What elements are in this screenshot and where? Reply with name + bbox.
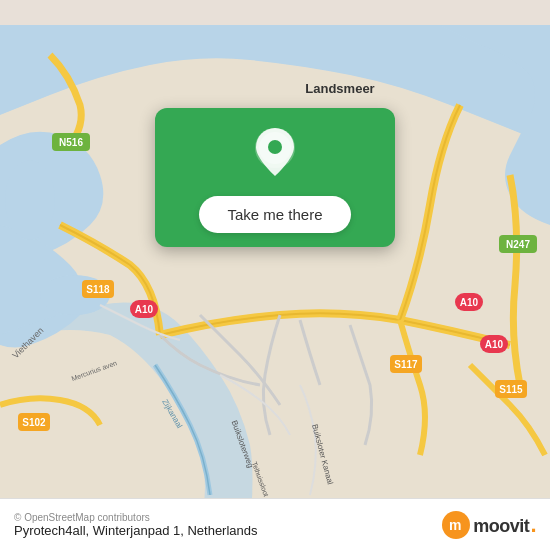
svg-text:N247: N247 [506, 239, 530, 250]
svg-text:S117: S117 [394, 359, 418, 370]
svg-text:S118: S118 [86, 284, 110, 295]
take-me-there-button[interactable]: Take me there [199, 196, 350, 233]
svg-text:N516: N516 [59, 137, 83, 148]
map-container: N516 A10 A10 A10 S118 S117 S115 S102 N24… [0, 0, 550, 550]
address-text: Pyrotech4all, Winterjanpad 1, Netherland… [14, 523, 258, 538]
svg-point-2 [5, 160, 55, 240]
moovit-dot: . [530, 512, 536, 537]
svg-text:S102: S102 [22, 417, 46, 428]
moovit-text: moovit. [473, 512, 536, 538]
svg-text:m: m [449, 517, 461, 533]
svg-point-30 [268, 140, 282, 154]
copyright-text: © OpenStreetMap contributors [14, 512, 258, 523]
svg-text:A10: A10 [460, 297, 479, 308]
moovit-icon: m [442, 511, 470, 539]
svg-text:A10: A10 [135, 304, 154, 315]
svg-text:S115: S115 [499, 384, 523, 395]
svg-text:A10: A10 [485, 339, 504, 350]
bottom-left-info: © OpenStreetMap contributors Pyrotech4al… [14, 512, 258, 538]
moovit-logo: m moovit. [442, 511, 536, 539]
bottom-bar: © OpenStreetMap contributors Pyrotech4al… [0, 498, 550, 550]
svg-text:Landsmeer: Landsmeer [305, 81, 374, 96]
map-background: N516 A10 A10 A10 S118 S117 S115 S102 N24… [0, 0, 550, 550]
popup-pin [251, 126, 299, 186]
popup-card: Take me there [155, 108, 395, 247]
